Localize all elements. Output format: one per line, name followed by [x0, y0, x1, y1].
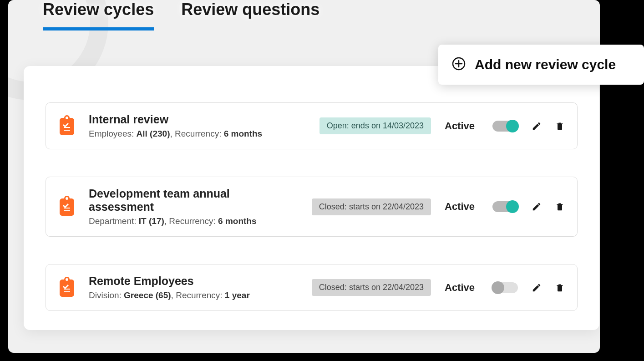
tab-review-questions[interactable]: Review questions — [181, 0, 319, 31]
active-label: Active — [445, 120, 479, 132]
tab-bar: Review cycles Review questions — [43, 0, 319, 31]
clipboard-icon — [59, 277, 75, 299]
review-cycle-row: Development team annual assessment Depar… — [46, 177, 578, 237]
active-label: Active — [445, 201, 479, 213]
delete-icon[interactable] — [555, 283, 564, 293]
delete-icon[interactable] — [555, 121, 564, 131]
cycle-title: Internal review — [89, 113, 306, 126]
tab-review-cycles[interactable]: Review cycles — [43, 0, 154, 31]
status-badge: Closed: starts on 22/04/2023 — [312, 279, 431, 296]
cycle-title: Development team annual assessment — [89, 187, 298, 214]
review-cycle-row: Remote Employees Division: Greece (65), … — [46, 264, 578, 311]
clipboard-icon — [59, 115, 75, 137]
review-cycles-panel: Internal review Employees: All (230), Re… — [24, 66, 599, 330]
add-review-cycle-button[interactable]: Add new review cycle — [438, 45, 644, 85]
active-toggle[interactable] — [492, 282, 518, 293]
edit-icon[interactable] — [532, 283, 542, 293]
cycle-meta: Employees: All (230), Recurrency: 6 mont… — [89, 129, 306, 139]
status-badge: Open: ends on 14/03/2023 — [319, 117, 431, 134]
plus-circle-icon — [452, 57, 466, 72]
active-label: Active — [445, 282, 479, 294]
active-toggle[interactable] — [492, 121, 518, 132]
review-cycle-row: Internal review Employees: All (230), Re… — [46, 102, 578, 149]
delete-icon[interactable] — [555, 202, 564, 212]
clipboard-icon — [59, 196, 75, 218]
cycle-meta: Department: IT (17), Recurrency: 6 month… — [89, 216, 298, 226]
status-badge: Closed: starts on 22/04/2023 — [312, 198, 431, 215]
edit-icon[interactable] — [532, 202, 542, 212]
cycle-title: Remote Employees — [89, 275, 298, 288]
active-toggle[interactable] — [492, 201, 518, 212]
add-button-label: Add new review cycle — [475, 57, 616, 72]
edit-icon[interactable] — [532, 121, 542, 131]
cycle-meta: Division: Greece (65), Recurrency: 1 yea… — [89, 290, 298, 300]
